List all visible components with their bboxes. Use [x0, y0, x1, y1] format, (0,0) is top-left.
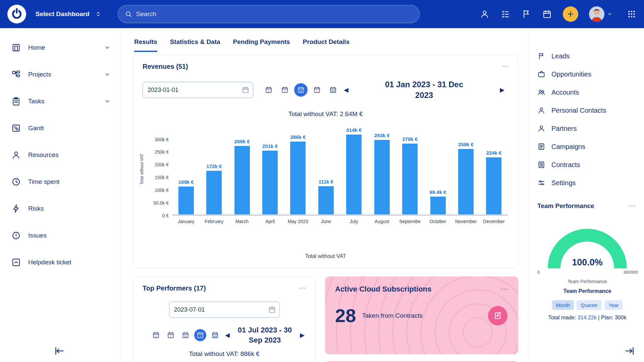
zoom-level-1-icon[interactable]: 1 [150, 329, 162, 341]
chevron-down-icon[interactable] [104, 71, 110, 77]
period-quarter-button[interactable]: Quarter [577, 300, 602, 310]
search-input[interactable] [136, 10, 413, 18]
apps-grid-icon[interactable] [627, 9, 637, 19]
bar[interactable] [234, 146, 250, 214]
user-icon[interactable] [480, 9, 490, 19]
y-tick-label: 150k € [155, 175, 169, 180]
bar[interactable] [486, 157, 501, 214]
bar-column: 69.4k € [424, 189, 452, 214]
bar[interactable] [318, 186, 334, 214]
right-nav-label: Personal Contacts [551, 107, 606, 114]
document-icon [537, 143, 545, 151]
calendar-icon[interactable] [238, 86, 253, 94]
chevron-down-icon[interactable] [104, 45, 110, 51]
sidebar-item-resources[interactable]: Resources [0, 142, 120, 168]
y-tick-label: 0 € [162, 213, 169, 218]
bar[interactable] [458, 149, 474, 214]
zoom-level-365-icon[interactable]: 365 [209, 329, 221, 341]
zoom-level-31-icon[interactable]: 31 [179, 329, 192, 341]
sidebar-item-risks[interactable]: Risks [0, 195, 120, 222]
sidebar-item-tasks[interactable]: Tasks [0, 88, 120, 115]
total-made-value[interactable]: 314.22k [578, 315, 597, 320]
date-input[interactable] [143, 87, 238, 94]
right-nav-campaigns[interactable]: Campaigns [537, 138, 637, 156]
zoom-level-31-icon[interactable]: 31 [294, 83, 308, 97]
sidebar-item-time-spent[interactable]: Time spent [0, 168, 120, 195]
calendar-icon[interactable] [542, 9, 552, 19]
zoom-level-7-icon[interactable]: 7 [278, 83, 291, 97]
right-nav-opportunities[interactable]: Opportunities [537, 65, 637, 83]
plan-label: Plan: 300k [601, 315, 627, 320]
right-nav-partners[interactable]: Partners [537, 119, 637, 138]
date-input[interactable] [169, 306, 265, 313]
bar[interactable] [374, 140, 390, 214]
more-menu-icon[interactable] [500, 61, 511, 72]
bar[interactable] [402, 144, 418, 214]
add-button[interactable] [563, 6, 578, 22]
prev-period-button[interactable]: ◀ [221, 331, 234, 339]
y-tick-label: 100k € [155, 188, 169, 193]
y-tick-label: 50.0k € [153, 200, 169, 206]
checklist-icon[interactable] [500, 9, 511, 19]
right-nav-settings[interactable]: Settings [537, 174, 637, 192]
sidebar-item-label: Resources [28, 151, 59, 159]
next-period-button[interactable]: ▶ [496, 86, 508, 94]
zoom-level-1-icon[interactable]: 1 [262, 83, 275, 97]
profile-menu[interactable] [589, 6, 612, 22]
bar[interactable] [178, 187, 194, 214]
bar-column: 314k € [340, 127, 368, 214]
sidebar-item-home[interactable]: Home [0, 34, 120, 61]
calendar-icon[interactable] [265, 306, 279, 313]
separator: | [598, 315, 599, 320]
sidebar-item-issues[interactable]: Issues [0, 222, 120, 249]
right-nav-contracts[interactable]: Contracts [537, 156, 637, 174]
right-nav-accounts[interactable]: Accounts [537, 83, 637, 101]
sidebar-item-helpdesk-ticket[interactable]: Helpdesk ticket [0, 249, 120, 276]
bar[interactable] [346, 135, 362, 214]
bar[interactable] [262, 151, 278, 214]
more-menu-icon[interactable] [627, 201, 637, 211]
more-menu-icon[interactable] [499, 284, 509, 295]
home-icon [11, 43, 21, 52]
sidebar-item-projects[interactable]: Projects [0, 61, 120, 88]
bar-value-label: 172k € [206, 163, 222, 169]
clock-icon [11, 177, 21, 187]
more-menu-icon[interactable] [297, 283, 308, 294]
revenues-period-label: 01 Jan 2023 - 31 Dec 2023 [377, 79, 471, 101]
app-logo[interactable] [7, 5, 26, 23]
sidebar-item-label: Helpdesk ticket [28, 259, 71, 266]
dashboard-selector[interactable]: Select Dashboard [36, 10, 102, 18]
edit-contract-button[interactable] [488, 306, 507, 325]
tab-product-details[interactable]: Product Details [303, 38, 350, 52]
sidebar-item-gantt[interactable]: Gantt [0, 115, 120, 142]
zoom-level-+-icon[interactable]: + [194, 329, 206, 341]
bar-value-label: 293k € [374, 133, 390, 138]
period-month-button[interactable]: Month [552, 300, 574, 310]
bar[interactable] [290, 142, 306, 214]
svg-text:1: 1 [268, 90, 269, 93]
chevron-down-icon[interactable] [104, 98, 110, 104]
right-nav-label: Accounts [551, 89, 579, 96]
tab-statistics-data[interactable]: Statistics & Data [170, 38, 220, 52]
flag-icon[interactable] [521, 9, 531, 19]
subscriptions-card: Active Cloud Subscriptions 28 Taken from… [325, 276, 518, 354]
period-year-button[interactable]: Year [604, 300, 623, 310]
subscriptions-column: Active Cloud Subscriptions 28 Taken from… [325, 276, 518, 362]
app: Select Dashboard [0, 0, 644, 362]
zoom-level-7-icon[interactable]: 7 [165, 329, 177, 341]
avatar [589, 6, 604, 22]
collapse-sidebar-button[interactable] [54, 345, 65, 357]
bar[interactable] [206, 171, 222, 214]
tab-results[interactable]: Results [134, 38, 157, 52]
prev-period-button[interactable]: ◀ [340, 86, 353, 94]
zoom-level-+-icon[interactable]: + [310, 83, 324, 97]
expand-right-sidebar-button[interactable] [624, 345, 635, 357]
bar[interactable] [430, 197, 446, 214]
bar-value-label: 111k € [319, 179, 333, 185]
next-period-button[interactable]: ▶ [296, 331, 309, 339]
right-nav-leads[interactable]: Leads [537, 47, 637, 65]
tab-pending-payments[interactable]: Pending Payments [233, 38, 290, 52]
right-nav-label: Contracts [551, 161, 580, 169]
right-nav-personal-contacts[interactable]: Personal Contacts [537, 101, 637, 119]
zoom-level-365-icon[interactable]: 365 [326, 83, 340, 97]
